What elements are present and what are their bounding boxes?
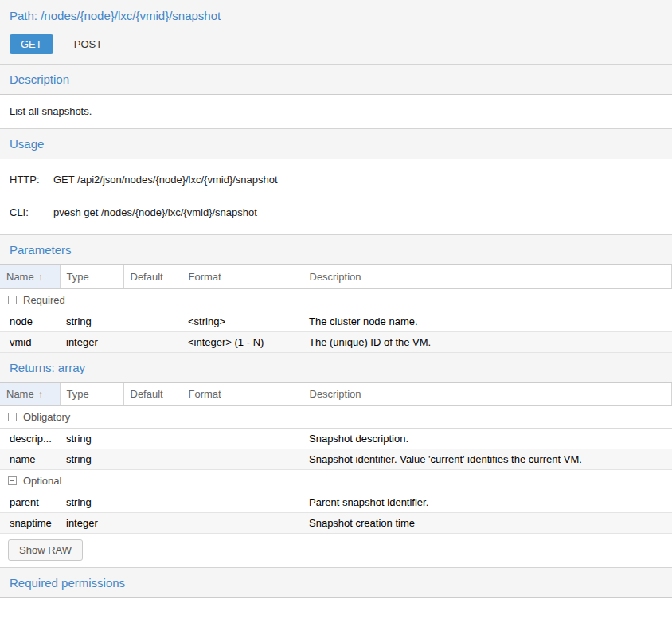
sort-asc-icon: ↑ [38,272,43,283]
param-type: integer [60,331,123,352]
returns-column-header-default[interactable]: Default [123,383,182,406]
table-row: snaptime integer Snapshot creation time [0,513,672,534]
return-type: integer [60,513,123,534]
group-header-optional[interactable]: Optional [0,470,672,492]
returns-column-header-type[interactable]: Type [60,383,123,406]
section-header-description: Description [0,65,672,95]
column-header-default[interactable]: Default [123,265,182,288]
show-raw-area: Show RAW [0,534,672,567]
return-description: Snapshot description. [303,429,672,449]
return-format [182,492,303,513]
usage-cli-row: CLI: pvesh get /nodes/{node}/lxc/{vmid}/… [10,206,662,218]
table-row: vmid integer <integer> (1 - N) The (uniq… [0,331,672,352]
return-default [123,513,182,534]
permissions-check-code: Check: ["perm","/vms/{vmid}",["VM.Audit"… [0,598,672,619]
tab-get[interactable]: GET [10,34,53,54]
collapse-group-icon[interactable] [8,476,17,485]
usage-cli-label: CLI: [10,206,53,218]
description-body: List all snapshots. [0,95,672,128]
table-row: name string Snapshot identifier. Value '… [0,449,672,470]
collapse-group-icon[interactable] [8,296,17,304]
group-header-obligatory[interactable]: Obligatory [0,406,672,429]
return-name: parent [0,492,60,513]
returns-column-header-format[interactable]: Format [182,383,303,406]
return-description: Snapshot identifier. Value 'current' ide… [303,449,672,470]
param-name: vmid [0,331,60,352]
return-description: Snapshot creation time [303,513,672,534]
returns-column-header-name[interactable]: Name↑ [0,383,60,406]
param-name: node [0,311,60,331]
method-tabs: GET POST [10,34,662,54]
return-description: Parent snapshot identifier. [303,492,672,513]
param-format: <string> [182,311,303,331]
returns-table-header-row: Name↑ Type Default Format Description [0,383,672,406]
usage-http-label: HTTP: [10,174,53,186]
parameters-table: Name↑ Type Default Format Description Re… [0,265,672,353]
return-name: snaptime [0,513,60,534]
table-row: parent string Parent snapshot identifier… [0,492,672,513]
collapse-group-icon[interactable] [8,413,17,421]
return-format [182,449,303,470]
return-type: string [60,449,123,470]
group-header-required[interactable]: Required [0,288,672,311]
section-header-returns: Returns: array [0,353,672,383]
usage-http-row: HTTP: GET /api2/json/nodes/{node}/lxc/{v… [10,174,662,186]
usage-http-value: GET /api2/json/nodes/{node}/lxc/{vmid}/s… [53,174,278,186]
return-format [182,429,303,449]
api-endpoint-header: Path: /nodes/{node}/lxc/{vmid}/snapshot … [0,0,672,65]
return-name: name [0,449,60,470]
param-description: The (unique) ID of the VM. [303,331,672,352]
return-default [123,429,182,449]
returns-table: Name↑ Type Default Format Description Ob… [0,383,672,535]
section-header-usage: Usage [0,128,672,159]
returns-column-header-description[interactable]: Description [303,383,672,406]
param-type: string [60,311,123,331]
endpoint-path-title: Path: /nodes/{node}/lxc/{vmid}/snapshot [10,9,662,22]
section-header-permissions: Required permissions [0,567,672,598]
param-default [123,331,182,352]
return-name: descrip... [0,429,60,449]
return-default [123,449,182,470]
return-default [123,492,182,513]
param-default [123,311,182,331]
parameters-table-header-row: Name↑ Type Default Format Description [0,265,672,288]
param-description: The cluster node name. [303,311,672,331]
return-type: string [60,429,123,449]
param-format: <integer> (1 - N) [182,331,303,352]
column-header-type[interactable]: Type [60,265,123,288]
usage-cli-value: pvesh get /nodes/{node}/lxc/{vmid}/snaps… [53,206,257,218]
show-raw-button[interactable]: Show RAW [8,539,83,561]
column-header-name[interactable]: Name↑ [0,265,60,288]
column-header-format[interactable]: Format [182,265,303,288]
table-row: node string <string> The cluster node na… [0,311,672,331]
section-header-parameters: Parameters [0,234,672,265]
return-type: string [60,492,123,513]
sort-asc-icon: ↑ [38,389,43,400]
return-format [182,513,303,534]
usage-body: HTTP: GET /api2/json/nodes/{node}/lxc/{v… [0,159,672,234]
table-row: descrip... string Snapshot description. [0,429,672,449]
tab-post[interactable]: POST [63,34,113,54]
column-header-description[interactable]: Description [303,265,672,288]
